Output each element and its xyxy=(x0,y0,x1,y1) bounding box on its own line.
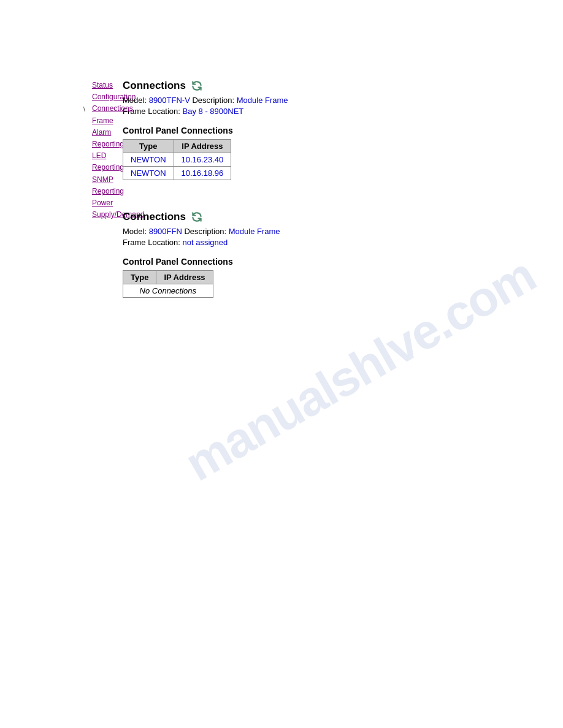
active-arrow-icon: \ xyxy=(83,105,85,112)
frame-location-value: not assigned xyxy=(183,238,228,247)
refresh-icon[interactable] xyxy=(191,80,203,92)
model-info-2: Model: 8900FFN Description: Module Frame xyxy=(123,227,538,236)
refresh-icon[interactable] xyxy=(191,211,203,223)
ip-address-cell: 10.16.18.96 xyxy=(174,167,231,180)
description-value: Module Frame xyxy=(229,227,280,236)
description-value: Module Frame xyxy=(237,96,288,105)
control-panel-title-2: Control Panel Connections xyxy=(123,257,538,267)
model-value: 8900TFN-V xyxy=(149,96,190,105)
table-header-cell: Type xyxy=(123,271,156,284)
connections-table-1: TypeIP AddressNEWTON10.16.23.40NEWTON10.… xyxy=(123,139,231,180)
connections-section-2: Connections Model: 8900FFN Description: … xyxy=(123,211,538,298)
main-content: Connections Model: 8900TFN-V Description… xyxy=(92,80,563,328)
table-header-cell: IP Address xyxy=(174,140,231,153)
control-panel-title-1: Control Panel Connections xyxy=(123,126,538,135)
description-label: Description: xyxy=(184,227,226,236)
no-connections-cell: No Connections xyxy=(123,284,213,298)
type-cell: NEWTON xyxy=(123,167,174,180)
description-label: Description: xyxy=(192,96,234,105)
frame-location-value: Bay 8 - 8900NET xyxy=(183,107,244,116)
table-row: No Connections xyxy=(123,284,213,298)
section-title-2: Connections xyxy=(123,211,538,223)
section-title-1: Connections xyxy=(123,80,538,92)
table-header-cell: Type xyxy=(123,140,174,153)
model-value: 8900FFN xyxy=(149,227,182,236)
ip-address-cell: 10.16.23.40 xyxy=(174,153,231,167)
table-row: NEWTON10.16.18.96 xyxy=(123,167,231,180)
connections-section-1: Connections Model: 8900TFN-V Description… xyxy=(123,80,538,180)
connections-table-2: TypeIP AddressNo Connections xyxy=(123,270,213,298)
section-title-text-1: Connections xyxy=(123,80,186,92)
frame-location-2: Frame Location: not assigned xyxy=(123,238,538,247)
table-row: NEWTON10.16.23.40 xyxy=(123,153,231,167)
table-header-cell: IP Address xyxy=(156,271,213,284)
frame-location-label: Frame Location: xyxy=(123,238,180,247)
model-label: Model: xyxy=(123,227,147,236)
model-label: Model: xyxy=(123,96,147,105)
sidebar: StatusConfiguration\ConnectionsFrame Ala… xyxy=(0,80,92,328)
frame-location-1: Frame Location: Bay 8 - 8900NET xyxy=(123,107,538,116)
type-cell: NEWTON xyxy=(123,153,174,167)
model-info-1: Model: 8900TFN-V Description: Module Fra… xyxy=(123,96,538,105)
section-title-text-2: Connections xyxy=(123,211,186,223)
